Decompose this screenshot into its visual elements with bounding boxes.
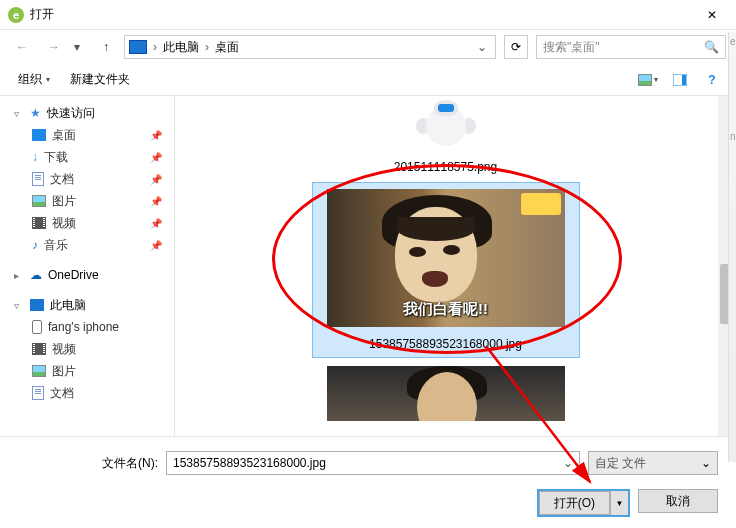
- path-segment-thispc[interactable]: 此电脑: [163, 39, 199, 56]
- path-sep-icon: ›: [153, 40, 157, 54]
- close-button[interactable]: ✕: [696, 4, 728, 26]
- chevron-down-icon[interactable]: ⌄: [563, 456, 573, 470]
- new-folder-label: 新建文件夹: [70, 71, 130, 88]
- refresh-button[interactable]: ⟳: [504, 35, 528, 59]
- thumbnail-view-icon: [638, 74, 652, 86]
- view-mode-button[interactable]: ▾: [634, 69, 662, 91]
- preview-pane-icon: [673, 74, 687, 86]
- file-caption: 201511118575.png: [394, 160, 497, 174]
- breadcrumb[interactable]: › 此电脑 › 桌面 ⌄: [124, 35, 496, 59]
- file-item[interactable]: 201511118575.png: [366, 96, 526, 174]
- sidebar-onedrive[interactable]: ▸ ☁ OneDrive: [4, 264, 170, 286]
- footer: 文件名(N): 15385758893523168000.jpg ⌄ 自定 文件…: [0, 436, 736, 528]
- path-sep-icon: ›: [205, 40, 209, 54]
- help-icon: ?: [708, 73, 715, 87]
- open-button-group: 打开(O) ▼: [537, 489, 630, 517]
- filename-label: 文件名(N):: [18, 455, 158, 472]
- refresh-icon: ⟳: [511, 40, 521, 54]
- phone-icon: [32, 320, 42, 334]
- pin-icon: 📌: [150, 218, 162, 229]
- sidebar-item-downloads[interactable]: ↓下载📌: [4, 146, 170, 168]
- sidebar-item-label: 视频: [52, 215, 76, 232]
- expander-icon[interactable]: ▸: [14, 270, 24, 281]
- sidebar-item-pictures[interactable]: 图片: [4, 360, 170, 382]
- sidebar-item-pictures[interactable]: 图片📌: [4, 190, 170, 212]
- star-icon: ★: [30, 106, 41, 120]
- video-icon: [32, 343, 46, 355]
- organize-button[interactable]: 组织 ▾: [10, 67, 58, 92]
- sidebar-item-videos[interactable]: 视频: [4, 338, 170, 360]
- sidebar: ▿ ★ 快速访问 桌面📌↓下载📌文档📌图片📌视频📌♪音乐📌 ▸ ☁ OneDri…: [0, 96, 175, 436]
- file-item[interactable]: [327, 366, 565, 421]
- sidebar-item-label: 文档: [50, 385, 74, 402]
- sidebar-item-label: 音乐: [44, 237, 68, 254]
- up-button[interactable]: ↑: [96, 35, 116, 59]
- preview-pane-button[interactable]: [666, 69, 694, 91]
- sidebar-item-label: 图片: [52, 193, 76, 210]
- sidebar-item-label: 桌面: [52, 127, 76, 144]
- nav-row: ← → ▾ ↑ › 此电脑 › 桌面 ⌄ ⟳ 搜索"桌面" 🔍: [0, 30, 736, 64]
- filename-input[interactable]: 15385758893523168000.jpg ⌄: [166, 451, 580, 475]
- main-area: ▿ ★ 快速访问 桌面📌↓下载📌文档📌图片📌视频📌♪音乐📌 ▸ ☁ OneDri…: [0, 96, 736, 436]
- file-thumbnail: 我们白看呢!!: [327, 189, 565, 327]
- path-segment-desktop[interactable]: 桌面: [215, 39, 239, 56]
- recent-locations-caret[interactable]: ▾: [74, 40, 88, 54]
- file-list[interactable]: 201511118575.png 我们白看呢!! 153857588935231…: [175, 96, 736, 436]
- music-icon: ♪: [32, 238, 38, 252]
- expander-icon[interactable]: ▿: [14, 108, 24, 119]
- path-dropdown-caret[interactable]: ⌄: [473, 40, 491, 54]
- pin-icon: 📌: [150, 130, 162, 141]
- sidebar-item-documents[interactable]: 文档: [4, 382, 170, 404]
- expander-icon[interactable]: ▿: [14, 300, 24, 311]
- right-edge-strip: e n: [728, 32, 736, 462]
- sidebar-item-label: 下载: [44, 149, 68, 166]
- sidebar-item-label: 视频: [52, 341, 76, 358]
- help-button[interactable]: ?: [698, 69, 726, 91]
- search-input[interactable]: 搜索"桌面" 🔍: [536, 35, 726, 59]
- close-icon: ✕: [707, 8, 717, 22]
- sidebar-item-desktop[interactable]: 桌面📌: [4, 124, 170, 146]
- titlebar: e 打开 ✕: [0, 0, 736, 30]
- file-item-selected[interactable]: 我们白看呢!! 15385758893523168000.jpg: [312, 182, 580, 358]
- search-placeholder: 搜索"桌面": [543, 39, 600, 56]
- file-type-filter[interactable]: 自定 文件 ⌄: [588, 451, 718, 475]
- sidebar-item-videos[interactable]: 视频📌: [4, 212, 170, 234]
- ie-icon: e: [8, 7, 24, 23]
- search-icon: 🔍: [704, 40, 719, 54]
- this-pc-icon: [129, 40, 147, 54]
- sidebar-item-label: 文档: [50, 171, 74, 188]
- sidebar-quick-access[interactable]: ▿ ★ 快速访问: [4, 102, 170, 124]
- pin-icon: 📌: [150, 196, 162, 207]
- chevron-down-icon: ▼: [616, 499, 624, 508]
- sidebar-item-documents[interactable]: 文档📌: [4, 168, 170, 190]
- document-icon: [32, 386, 44, 400]
- onedrive-icon: ☁: [30, 268, 42, 282]
- onedrive-label: OneDrive: [48, 268, 99, 282]
- chevron-down-icon: ▾: [654, 75, 658, 84]
- sidebar-item-music[interactable]: ♪音乐📌: [4, 234, 170, 256]
- pin-icon: 📌: [150, 240, 162, 251]
- sidebar-item-label: 图片: [52, 363, 76, 380]
- sidebar-item-iphone[interactable]: fang's iphone: [4, 316, 170, 338]
- robot-image: [406, 100, 486, 152]
- document-icon: [32, 172, 44, 186]
- subtitle-text: 我们白看呢!!: [403, 300, 488, 319]
- open-split-button[interactable]: ▼: [610, 491, 628, 515]
- new-folder-button[interactable]: 新建文件夹: [62, 67, 138, 92]
- chevron-down-icon[interactable]: ⌄: [701, 456, 711, 470]
- pin-icon: 📌: [150, 174, 162, 185]
- picture-icon: [32, 365, 46, 377]
- cancel-button[interactable]: 取消: [638, 489, 718, 513]
- toolbar: 组织 ▾ 新建文件夹 ▾ ?: [0, 64, 736, 96]
- download-icon: ↓: [32, 150, 38, 164]
- this-pc-icon: [30, 299, 44, 311]
- forward-button[interactable]: →: [42, 35, 66, 59]
- desktop-icon: [32, 129, 46, 141]
- back-button[interactable]: ←: [10, 35, 34, 59]
- this-pc-label: 此电脑: [50, 297, 86, 314]
- sidebar-this-pc[interactable]: ▿ 此电脑: [4, 294, 170, 316]
- svg-rect-1: [682, 75, 686, 85]
- open-button[interactable]: 打开(O): [539, 491, 610, 515]
- chevron-down-icon: ▾: [46, 75, 50, 84]
- file-caption: 15385758893523168000.jpg: [369, 337, 522, 351]
